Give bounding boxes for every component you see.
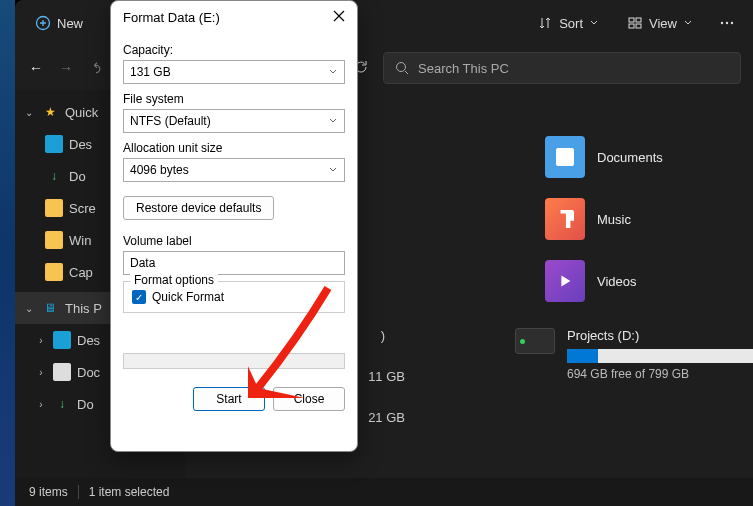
this-pc-label: This P xyxy=(65,301,102,316)
desktop-icon xyxy=(53,331,71,349)
close-label: Close xyxy=(294,392,325,406)
sidebar-item-label: Cap xyxy=(69,265,93,280)
allocation-label: Allocation unit size xyxy=(123,141,345,155)
dialog-close-button[interactable] xyxy=(333,9,345,25)
allocation-value: 4096 bytes xyxy=(130,163,189,177)
quick-format-checkbox[interactable]: ✓ Quick Format xyxy=(132,290,336,304)
dialog-title: Format Data (E:) xyxy=(123,10,220,25)
expand-icon[interactable]: › xyxy=(35,367,47,378)
format-options-label: Format options xyxy=(130,273,218,287)
documents-icon xyxy=(545,136,585,178)
allocation-combo[interactable]: 4096 bytes xyxy=(123,158,345,182)
folder-documents[interactable]: Documents xyxy=(545,136,663,178)
search-input[interactable]: Search This PC xyxy=(383,52,741,84)
format-options-group: Format options ✓ Quick Format xyxy=(123,281,345,313)
new-plus-icon xyxy=(35,15,51,31)
expand-icon[interactable]: ⌄ xyxy=(23,303,35,314)
pc-icon: 🖥 xyxy=(41,299,59,317)
volume-label-label: Volume label xyxy=(123,234,345,248)
svg-point-14 xyxy=(726,22,728,24)
more-button[interactable] xyxy=(711,9,743,37)
restore-defaults-button[interactable]: Restore device defaults xyxy=(123,196,274,220)
close-icon xyxy=(333,10,345,22)
filesystem-label: File system xyxy=(123,92,345,106)
folder-icon xyxy=(45,231,63,249)
forward-button[interactable]: → xyxy=(57,60,75,76)
music-icon xyxy=(545,198,585,240)
folder-icon xyxy=(45,199,63,217)
chevron-down-icon xyxy=(683,18,693,28)
format-dialog: Format Data (E:) Capacity: 131 GB File s… xyxy=(110,0,358,452)
view-label: View xyxy=(649,16,677,31)
folder-label: Documents xyxy=(597,150,663,165)
chevron-down-icon xyxy=(328,165,338,175)
new-button[interactable]: New xyxy=(25,9,93,37)
sidebar-item-label: Doc xyxy=(77,365,100,380)
capacity-value: 131 GB xyxy=(130,65,171,79)
sidebar-item-label: Win xyxy=(69,233,91,248)
videos-icon xyxy=(545,260,585,302)
start-button[interactable]: Start xyxy=(193,387,265,411)
folder-label: Videos xyxy=(597,274,637,289)
filesystem-combo[interactable]: NTFS (Default) xyxy=(123,109,345,133)
status-bar: 9 items 1 item selected xyxy=(15,478,753,506)
view-icon xyxy=(627,15,643,31)
quick-format-label: Quick Format xyxy=(152,290,224,304)
start-label: Start xyxy=(216,392,241,406)
folder-label: Music xyxy=(597,212,631,227)
svg-rect-10 xyxy=(636,18,641,22)
svg-rect-11 xyxy=(629,24,634,28)
selected-count: 1 item selected xyxy=(89,485,170,499)
folder-icon xyxy=(45,263,63,281)
document-icon xyxy=(53,363,71,381)
download-icon: ↓ xyxy=(45,167,63,185)
item-count: 9 items xyxy=(29,485,68,499)
back-button[interactable]: ← xyxy=(27,60,45,76)
format-progress-bar xyxy=(123,353,345,369)
star-icon: ★ xyxy=(41,103,59,121)
expand-icon[interactable]: ⌄ xyxy=(23,107,35,118)
search-placeholder: Search This PC xyxy=(418,61,509,76)
svg-rect-12 xyxy=(636,24,641,28)
folder-music[interactable]: Music xyxy=(545,198,631,240)
sort-icon xyxy=(537,15,553,31)
new-label: New xyxy=(57,16,83,31)
restore-label: Restore device defaults xyxy=(136,201,261,215)
drive-title: Projects (D:) xyxy=(567,328,753,343)
sidebar-item-label: Des xyxy=(77,333,100,348)
chevron-down-icon xyxy=(328,67,338,77)
search-icon xyxy=(394,60,410,76)
sort-button[interactable]: Sort xyxy=(527,9,609,37)
sidebar-item-label: Des xyxy=(69,137,92,152)
windows-edge-strip xyxy=(0,0,15,506)
sidebar-item-label: Do xyxy=(69,169,86,184)
divider xyxy=(78,485,79,499)
close-button[interactable]: Close xyxy=(273,387,345,411)
drive-d[interactable]: Projects (D:) 694 GB free of 799 GB xyxy=(515,328,753,381)
folder-videos[interactable]: Videos xyxy=(545,260,637,302)
hard-drive-icon xyxy=(515,328,555,354)
desktop-icon xyxy=(45,135,63,153)
svg-rect-9 xyxy=(629,18,634,22)
capacity-label: Capacity: xyxy=(123,43,345,57)
volume-label-input[interactable] xyxy=(123,251,345,275)
expand-icon[interactable]: › xyxy=(35,335,47,346)
drive-usage-bar xyxy=(567,349,753,363)
sidebar-item-label: Do xyxy=(77,397,94,412)
download-icon: ↓ xyxy=(53,395,71,413)
svg-point-13 xyxy=(721,22,723,24)
sidebar-item-label: Scre xyxy=(69,201,96,216)
chevron-down-icon xyxy=(328,116,338,126)
checkbox-checked-icon: ✓ xyxy=(132,290,146,304)
filesystem-value: NTFS (Default) xyxy=(130,114,211,128)
ellipsis-icon xyxy=(719,15,735,31)
sort-label: Sort xyxy=(559,16,583,31)
view-button[interactable]: View xyxy=(617,9,703,37)
capacity-combo[interactable]: 131 GB xyxy=(123,60,345,84)
up-button[interactable]: ↶ xyxy=(88,59,104,77)
expand-icon[interactable]: › xyxy=(35,399,47,410)
dialog-titlebar: Format Data (E:) xyxy=(111,1,357,33)
quick-access-label: Quick xyxy=(65,105,98,120)
svg-point-15 xyxy=(731,22,733,24)
drive-free-text: 694 GB free of 799 GB xyxy=(567,367,753,381)
